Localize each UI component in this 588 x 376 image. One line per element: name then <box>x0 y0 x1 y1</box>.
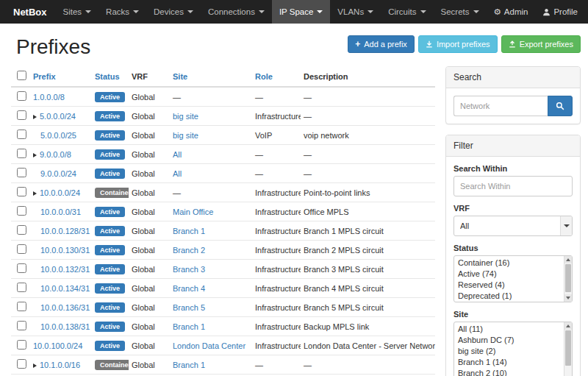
prefix-link[interactable]: 10.0.0.134/31 <box>40 284 90 293</box>
column-header-site[interactable]: Site <box>170 66 252 87</box>
row-checkbox[interactable] <box>17 263 26 273</box>
menu-item-ip-space[interactable]: IP Space <box>272 0 330 24</box>
prefix-link[interactable]: 10.0.0.130/31 <box>40 246 90 255</box>
add-a-prefix-button[interactable]: +Add a prefix <box>348 35 415 53</box>
prefix-link[interactable]: 10.1.0.0/16 <box>40 361 80 369</box>
site-link[interactable]: Branch 5 <box>173 303 205 312</box>
prefix-link[interactable]: 10.0.0.128/31 <box>40 227 90 235</box>
search-input[interactable] <box>453 96 548 116</box>
menu-item-secrets[interactable]: Secrets <box>434 0 487 24</box>
user-menu-log-out[interactable]: Log out <box>585 0 588 24</box>
site-link[interactable]: Branch 1 <box>173 227 205 235</box>
select-all-checkbox[interactable] <box>17 71 26 80</box>
role-cell: Infrastructure <box>252 298 301 317</box>
menu-item-vlans[interactable]: VLANs <box>330 0 381 24</box>
row-checkbox[interactable] <box>17 187 26 196</box>
expand-caret-icon[interactable] <box>33 363 37 368</box>
scroll-up-arrow[interactable] <box>564 256 572 263</box>
site-link[interactable]: big site <box>173 131 198 140</box>
site-cell: Branch 5 <box>170 298 252 317</box>
listbox-option[interactable]: Container (16) <box>454 258 572 269</box>
row-checkbox[interactable] <box>17 168 26 177</box>
scroll-down-arrow[interactable] <box>564 294 572 302</box>
prefix-link[interactable]: 5.0.0.0/24 <box>40 112 76 121</box>
prefix-link[interactable]: 9.0.0.0/8 <box>40 150 71 159</box>
row-checkbox[interactable] <box>17 225 26 235</box>
brand[interactable]: NetBox <box>4 0 56 24</box>
vrf-select[interactable]: All <box>453 216 573 236</box>
column-header-description: Description <box>301 66 435 87</box>
scroll-up-arrow[interactable] <box>564 322 572 330</box>
vrf-cell: Global <box>129 107 170 126</box>
listbox-option[interactable]: big site (2) <box>454 346 572 357</box>
export-prefixes-button[interactable]: Export prefixes <box>501 35 581 53</box>
row-checkbox[interactable] <box>17 283 26 292</box>
site-link[interactable]: Branch 4 <box>173 284 205 293</box>
row-checkbox[interactable] <box>17 244 26 254</box>
vrf-cell: Global <box>129 355 170 375</box>
listbox-option[interactable]: Branch 2 (10) <box>454 368 572 376</box>
scrollbar[interactable] <box>564 322 572 376</box>
prefix-link[interactable]: 1.0.0.0/8 <box>33 93 65 102</box>
row-select-cell <box>11 221 30 241</box>
menu-item-circuits[interactable]: Circuits <box>381 0 433 24</box>
row-checkbox[interactable] <box>17 91 26 101</box>
row-checkbox[interactable] <box>17 130 26 139</box>
listbox-option[interactable]: Ashburn DC (7) <box>454 335 572 346</box>
row-checkbox[interactable] <box>17 149 26 158</box>
row-select-cell <box>11 260 30 279</box>
status-cell: Active <box>92 164 129 183</box>
listbox-option[interactable]: Deprecated (1) <box>454 291 572 302</box>
row-checkbox[interactable] <box>17 321 26 330</box>
column-header-role[interactable]: Role <box>252 66 301 87</box>
expand-caret-icon[interactable] <box>33 153 37 157</box>
user-menu-profile[interactable]: Profile <box>535 0 585 24</box>
scrollbar[interactable] <box>564 256 572 302</box>
prefix-link[interactable]: 10.0.0.136/31 <box>40 303 90 312</box>
row-checkbox[interactable] <box>17 302 26 311</box>
site-link[interactable]: big site <box>173 112 198 121</box>
menu-item-devices[interactable]: Devices <box>146 0 201 24</box>
user-menu-admin[interactable]: ⚙Admin <box>487 0 536 24</box>
column-header-prefix[interactable]: Prefix <box>30 66 92 87</box>
prefix-link[interactable]: 5.0.0.0/25 <box>40 131 76 140</box>
listbox-option[interactable]: Active (74) <box>454 269 572 280</box>
scroll-thumb[interactable] <box>565 330 571 366</box>
row-checkbox[interactable] <box>17 110 26 120</box>
site-link[interactable]: London Data Center <box>173 341 245 350</box>
row-checkbox[interactable] <box>17 359 26 369</box>
site-link[interactable]: All <box>173 150 182 159</box>
search-button[interactable] <box>548 96 573 116</box>
vrf-cell: Global <box>129 87 170 107</box>
site-link[interactable]: Branch 1 <box>173 361 205 369</box>
prefix-link[interactable]: 10.0.0.132/31 <box>40 265 90 274</box>
prefix-link[interactable]: 9.0.0.0/24 <box>40 169 76 178</box>
site-link[interactable]: Branch 2 <box>173 246 205 255</box>
search-within-input[interactable] <box>453 176 573 196</box>
scroll-thumb[interactable] <box>565 264 571 292</box>
listbox-option[interactable]: All (11) <box>454 324 572 335</box>
site-cell: All <box>170 145 252 164</box>
prefix-link[interactable]: 10.0.100.0/24 <box>33 341 82 350</box>
prefix-link[interactable]: 10.0.0.0/31 <box>40 207 81 216</box>
listbox-option[interactable]: Reserved (4) <box>454 280 572 291</box>
import-prefixes-button[interactable]: Import prefixes <box>418 35 498 53</box>
site-link[interactable]: Branch 1 <box>173 322 205 331</box>
prefix-link[interactable]: 10.0.0.0/24 <box>40 188 80 197</box>
site-link[interactable]: Branch 3 <box>173 265 205 274</box>
column-header-status[interactable]: Status <box>92 66 129 87</box>
menu-item-sites[interactable]: Sites <box>56 0 99 24</box>
expand-caret-icon[interactable] <box>33 191 37 196</box>
site-link[interactable]: All <box>173 169 182 178</box>
row-checkbox[interactable] <box>17 340 26 350</box>
row-checkbox[interactable] <box>17 206 26 216</box>
listbox-option[interactable]: Branch 1 (14) <box>454 357 572 368</box>
site-link[interactable]: Main Office <box>173 207 213 216</box>
description-cell: London Data Center - Server Network <box>301 336 435 355</box>
prefix-link[interactable]: 10.0.0.138/31 <box>40 322 90 331</box>
vrf-cell: Global <box>129 183 170 202</box>
menu-item-connections[interactable]: Connections <box>201 0 272 24</box>
filter-label-site: Site <box>453 310 573 319</box>
expand-caret-icon[interactable] <box>33 115 37 119</box>
menu-item-racks[interactable]: Racks <box>98 0 146 24</box>
